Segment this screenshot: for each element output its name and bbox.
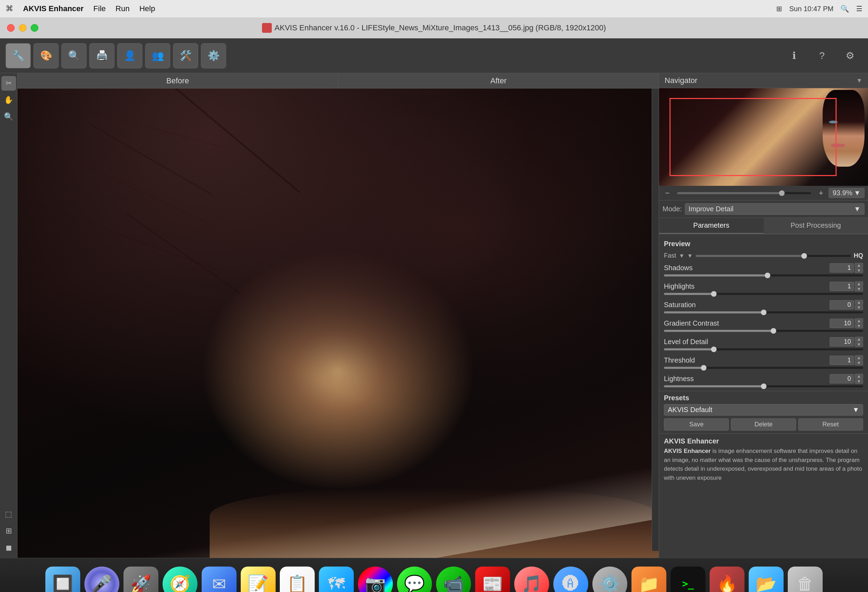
vertical-scrollbar[interactable] — [652, 88, 659, 551]
highlights-up[interactable]: ▲ — [855, 281, 863, 286]
dock-maps[interactable]: 🗺 — [319, 567, 354, 592]
lightness-down[interactable]: ▼ — [855, 379, 863, 384]
post-processing-tab[interactable]: Post Processing — [764, 218, 868, 234]
saturation-up[interactable]: ▲ — [855, 300, 863, 305]
dock-news[interactable]: 📰 — [475, 567, 510, 592]
parameters-tab[interactable]: Parameters — [659, 218, 764, 234]
threshold-slider[interactable] — [664, 367, 863, 369]
highlights-value[interactable]: 1 — [830, 282, 854, 291]
tool-view[interactable]: 🔍 — [61, 43, 87, 68]
info-button[interactable]: ℹ — [781, 43, 807, 68]
maximize-button[interactable] — [31, 24, 38, 32]
saturation-slider[interactable] — [664, 311, 863, 314]
dock-siri[interactable]: 🎤 — [84, 567, 119, 592]
level-of-detail-value[interactable]: 10 — [830, 337, 854, 346]
dock-music[interactable]: 🎵 — [514, 567, 549, 592]
dock-finder[interactable]: 🔲 — [45, 567, 80, 592]
tool-print[interactable]: 🖨️ — [89, 43, 114, 68]
zoom-slider[interactable] — [677, 192, 811, 194]
tool-users[interactable]: 👥 — [145, 43, 170, 68]
dock-finder2[interactable]: 📂 — [749, 567, 784, 592]
gradient-contrast-value[interactable]: 10 — [830, 319, 854, 328]
tool-gear[interactable]: ⚙️ — [201, 43, 226, 68]
dock-system-prefs[interactable]: ⚙️ — [592, 567, 627, 592]
extra-tool-2[interactable]: ⊞ — [1, 524, 16, 538]
shadows-down[interactable]: ▼ — [855, 268, 863, 273]
dock-trash[interactable]: 🗑 — [788, 567, 823, 592]
file-menu[interactable]: File — [93, 4, 106, 13]
zoom-out-btn[interactable]: − — [663, 188, 672, 198]
reset-preset-button[interactable]: Reset — [798, 418, 863, 431]
gradient-contrast-stepper[interactable]: ▲ ▼ — [855, 318, 863, 328]
zoom-value-display[interactable]: 93.9% ▼ — [828, 188, 865, 198]
preview-arrow-1: ▼ — [679, 253, 685, 259]
run-menu[interactable]: Run — [115, 4, 130, 13]
settings-button[interactable]: ⚙ — [837, 43, 862, 68]
highlights-stepper[interactable]: ▲ ▼ — [855, 281, 863, 292]
dock-reminders[interactable]: 📋 — [280, 567, 315, 592]
level-of-detail-stepper[interactable]: ▲ ▼ — [855, 337, 863, 347]
menu-icon[interactable]: ☰ — [856, 4, 862, 13]
extra-tool-3[interactable]: ◼ — [1, 540, 16, 555]
navigator-collapse-btn[interactable]: ▼ — [856, 77, 862, 84]
tool-paint[interactable]: 🎨 — [34, 43, 59, 68]
dock-safari[interactable]: 🧭 — [162, 567, 198, 592]
delete-preset-button[interactable]: Delete — [731, 418, 796, 431]
hand-tool[interactable]: ✋ — [1, 93, 16, 108]
highlights-slider[interactable] — [664, 293, 863, 295]
before-tab[interactable]: Before — [18, 73, 338, 88]
shadows-slider[interactable] — [664, 274, 863, 277]
dock-facetime[interactable]: 📹 — [436, 567, 471, 592]
level-of-detail-up[interactable]: ▲ — [855, 337, 863, 342]
dock-notes[interactable]: 📝 — [241, 567, 276, 592]
search-icon[interactable]: 🔍 — [840, 4, 849, 13]
saturation-down[interactable]: ▼ — [855, 305, 863, 310]
threshold-down[interactable]: ▼ — [855, 361, 863, 365]
lightness-slider[interactable] — [664, 385, 863, 387]
threshold-up[interactable]: ▲ — [855, 355, 863, 360]
help-button[interactable]: ? — [809, 43, 834, 68]
tool-enhance[interactable]: 🔧 — [6, 43, 31, 68]
save-preset-button[interactable]: Save — [664, 418, 729, 431]
shadows-up[interactable]: ▲ — [855, 263, 863, 268]
dock-terminal[interactable]: >_ — [670, 567, 706, 592]
close-button[interactable] — [7, 24, 15, 32]
help-menu[interactable]: Help — [139, 4, 155, 13]
zoom-in-btn[interactable]: + — [816, 188, 826, 198]
dock-files[interactable]: 📁 — [632, 567, 666, 592]
after-tab[interactable]: After — [338, 73, 659, 88]
dock-appstore[interactable]: 🅐 — [553, 567, 588, 592]
level-of-detail-slider[interactable] — [664, 348, 863, 350]
dock-messages[interactable]: 💬 — [397, 567, 432, 592]
shadows-value[interactable]: 1 — [830, 263, 854, 272]
tool-settings2[interactable]: 🛠️ — [173, 43, 198, 68]
lightness-up[interactable]: ▲ — [855, 374, 863, 378]
gradient-contrast-up[interactable]: ▲ — [855, 318, 863, 323]
saturation-stepper[interactable]: ▲ ▼ — [855, 300, 863, 310]
dock-photos[interactable]: 📷 — [358, 567, 393, 592]
level-of-detail-down[interactable]: ▼ — [855, 342, 863, 347]
gradient-contrast-slider[interactable] — [664, 330, 863, 332]
app-menu-name[interactable]: AKVIS Enhancer — [23, 4, 84, 13]
zoom-tool[interactable]: 🔍 — [1, 109, 16, 124]
dock-launchpad[interactable]: 🚀 — [124, 567, 158, 592]
minimize-button[interactable] — [19, 24, 27, 32]
mode-select[interactable]: Improve Detail ▼ — [685, 203, 865, 215]
shadows-stepper[interactable]: ▲ ▼ — [855, 263, 863, 273]
apple-menu[interactable]: ⌘ — [6, 4, 13, 13]
tool-user[interactable]: 👤 — [117, 43, 142, 68]
saturation-value[interactable]: 0 — [830, 300, 854, 309]
crop-tool[interactable]: ✂ — [1, 76, 16, 91]
extra-tool-1[interactable]: ⬚ — [1, 507, 16, 521]
dock-akvis[interactable]: 🔥 — [710, 567, 744, 592]
highlights-down[interactable]: ▼ — [855, 287, 863, 292]
preview-quality-slider[interactable] — [696, 255, 851, 257]
mode-value: Improve Detail — [689, 205, 734, 213]
threshold-stepper[interactable]: ▲ ▼ — [855, 355, 863, 365]
presets-dropdown[interactable]: AKVIS Default ▼ — [664, 404, 863, 415]
dock-mail[interactable]: ✉ — [202, 567, 236, 592]
lightness-stepper[interactable]: ▲ ▼ — [855, 374, 863, 384]
threshold-value[interactable]: 1 — [830, 356, 854, 365]
lightness-value[interactable]: 0 — [830, 374, 854, 383]
gradient-contrast-down[interactable]: ▼ — [855, 324, 863, 328]
